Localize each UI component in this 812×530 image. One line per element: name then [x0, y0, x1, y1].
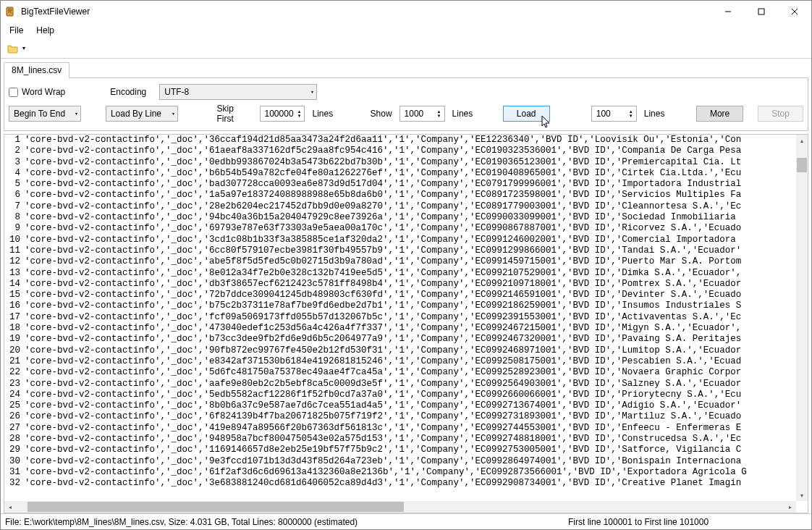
text-content[interactable]: 1'core-bvd-v2-contactinfo','_doc','36cca…: [4, 135, 796, 501]
text-line[interactable]: 1'core-bvd-v2-contactinfo','_doc','36cca…: [6, 135, 795, 146]
svg-rect-3: [8, 12, 12, 12]
more-input[interactable]: 100 ▲▼: [591, 106, 637, 122]
text-line[interactable]: 7'core-bvd-v2-contactinfo','_doc','28e2b…: [6, 201, 795, 212]
lines-label-3: Lines: [644, 109, 665, 119]
direction-select[interactable]: Begin To End ▾: [9, 106, 81, 122]
svg-rect-5: [758, 9, 764, 14]
close-button[interactable]: [778, 1, 811, 22]
window-title: BigTextFileViewer: [21, 7, 90, 17]
svg-rect-1: [8, 9, 12, 9]
scroll-up-icon[interactable]: ▴: [796, 135, 808, 146]
text-line[interactable]: 21'core-bvd-v2-contactinfo','_doc','e834…: [6, 356, 795, 367]
chevron-down-icon: ▾: [311, 90, 313, 94]
text-line[interactable]: 12'core-bvd-v2-contactinfo','_doc','abe5…: [6, 256, 795, 267]
minimize-button[interactable]: [711, 1, 745, 22]
stop-button[interactable]: Stop: [758, 106, 803, 122]
lines-label-1: Lines: [312, 109, 333, 119]
text-line[interactable]: 28'core-bvd-v2-contactinfo','_doc','9489…: [6, 434, 795, 445]
spinner-icon[interactable]: ▲▼: [629, 109, 633, 118]
text-line[interactable]: 15'core-bvd-v2-contactinfo','_doc','72b7…: [6, 290, 795, 300]
skip-first-input[interactable]: 100000 ▲▼: [260, 106, 305, 122]
menu-file[interactable]: File: [4, 24, 29, 37]
scroll-right-icon[interactable]: ▸: [784, 501, 796, 513]
menubar: File Help: [1, 22, 811, 38]
text-line[interactable]: 10'core-bvd-v2-contactinfo','_doc','3cd1…: [6, 235, 795, 245]
text-line[interactable]: 24'core-bvd-v2-contactinfo','_doc','5edb…: [6, 390, 795, 400]
tabstrip: 8M_lines.csv: [1, 60, 811, 77]
text-line[interactable]: 17'core-bvd-v2-contactinfo','_doc','fcf0…: [6, 312, 795, 323]
text-line[interactable]: 26'core-bvd-v2-contactinfo','_doc','6f82…: [6, 411, 795, 422]
horizontal-scrollbar[interactable]: ◂ ▸: [4, 501, 796, 513]
vertical-scrollbar[interactable]: ▴ ▾: [796, 135, 808, 501]
more-button[interactable]: More: [696, 106, 743, 122]
encoding-select[interactable]: UTF-8 ▾: [159, 84, 317, 100]
maximize-button[interactable]: [745, 1, 778, 22]
text-line[interactable]: 5'core-bvd-v2-contactinfo','_doc','bad30…: [6, 179, 795, 190]
text-line[interactable]: 13'core-bvd-v2-contactinfo','_doc','8e01…: [6, 268, 795, 279]
text-line[interactable]: 6'core-bvd-v2-contactinfo','_doc','1a5a9…: [6, 190, 795, 201]
text-line[interactable]: 31'core-bvd-v2-contactinfo','_doc','61f2…: [6, 467, 795, 478]
text-line[interactable]: 16'core-bvd-v2-contactinfo','_doc','b75c…: [6, 300, 795, 311]
chevron-down-icon: ▾: [172, 112, 174, 116]
text-line[interactable]: 25'core-bvd-v2-contactinfo','_doc','8b0b…: [6, 400, 795, 411]
svg-rect-2: [8, 10, 12, 11]
text-line[interactable]: 14'core-bvd-v2-contactinfo','_doc','db3f…: [6, 279, 795, 290]
text-line[interactable]: 30'core-bvd-v2-contactinfo','_doc','9e3f…: [6, 456, 795, 467]
open-file-button[interactable]: [5, 41, 21, 56]
text-line[interactable]: 32'core-bvd-v2-contactinfo','_doc','3e68…: [6, 478, 795, 489]
scroll-left-icon[interactable]: ◂: [4, 501, 16, 513]
text-line[interactable]: 9'core-bvd-v2-contactinfo','_doc','69793…: [6, 223, 795, 234]
show-label: Show: [371, 109, 392, 119]
text-line[interactable]: 22'core-bvd-v2-contactinfo','_doc','5d6f…: [6, 367, 795, 378]
scroll-down-icon[interactable]: ▾: [796, 489, 808, 501]
text-line[interactable]: 18'core-bvd-v2-contactinfo','_doc','4730…: [6, 323, 795, 334]
show-input[interactable]: 1000 ▲▼: [399, 106, 445, 122]
load-button[interactable]: Load: [503, 106, 550, 122]
text-line[interactable]: 4'core-bvd-v2-contactinfo','_doc','b6b54…: [6, 168, 795, 179]
text-viewer: 1'core-bvd-v2-contactinfo','_doc','36cca…: [4, 134, 808, 513]
menu-help[interactable]: Help: [30, 24, 60, 37]
lines-label-2: Lines: [452, 109, 473, 119]
tab-file[interactable]: 8M_lines.csv: [4, 62, 69, 78]
text-line[interactable]: 3'core-bvd-v2-contactinfo','_doc','0edbb…: [6, 157, 795, 168]
chevron-down-icon: ▾: [75, 112, 77, 116]
skip-first-label: Skip First: [216, 104, 252, 124]
encoding-label: Encoding: [110, 87, 146, 97]
load-mode-select[interactable]: Load By Line ▾: [106, 106, 178, 122]
text-line[interactable]: 19'core-bvd-v2-contactinfo','_doc','b73c…: [6, 334, 795, 345]
spinner-icon[interactable]: ▲▼: [437, 109, 441, 118]
statusbar: File: E:\work\temp\8M_lines\8M_lines.csv…: [1, 513, 811, 529]
text-line[interactable]: 11'core-bvd-v2-contactinfo','_doc','6cc8…: [6, 245, 795, 256]
text-line[interactable]: 20'core-bvd-v2-contactinfo','_doc','90fb…: [6, 345, 795, 356]
spinner-icon[interactable]: ▲▼: [297, 109, 302, 118]
app-icon: [5, 6, 17, 17]
open-dropdown-icon[interactable]: ▾: [22, 45, 25, 51]
titlebar: BigTextFileViewer: [1, 1, 811, 22]
text-line[interactable]: 23'core-bvd-v2-contactinfo','_doc','aafe…: [6, 379, 795, 390]
word-wrap-checkbox[interactable]: Word Wrap: [9, 87, 65, 97]
toolbar: ▾: [1, 38, 811, 59]
status-right: First line 100001 to First line 101000: [568, 517, 807, 527]
controls-panel: Word Wrap Encoding UTF-8 ▾ Begin To End …: [4, 77, 808, 131]
text-line[interactable]: 27'core-bvd-v2-contactinfo','_doc','419e…: [6, 423, 795, 434]
cursor-icon: [541, 115, 551, 130]
status-left: File: E:\work\temp\8M_lines\8M_lines.csv…: [5, 517, 363, 527]
text-line[interactable]: 8'core-bvd-v2-contactinfo','_doc','94bc4…: [6, 212, 795, 223]
word-wrap-input[interactable]: [9, 88, 18, 97]
text-line[interactable]: 29'core-bvd-v2-contactinfo','_doc','1169…: [6, 445, 795, 455]
text-line[interactable]: 2'core-bvd-v2-contactinfo','_doc','61aea…: [6, 146, 795, 156]
h-thumb[interactable]: [28, 502, 404, 512]
v-thumb[interactable]: [797, 158, 807, 172]
